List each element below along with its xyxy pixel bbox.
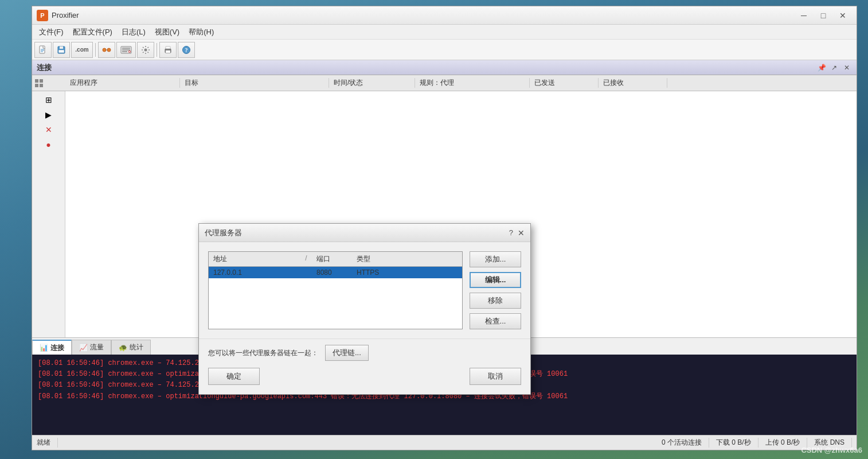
- proxy-addr-0: 127.0.0.1: [209, 269, 300, 277]
- panel-pin-icon[interactable]: 📌: [816, 63, 827, 73]
- status-bar: 就绪 0 个活动连接 下载 0 B/秒 上传 0 B/秒 系统 DNS: [32, 435, 857, 450]
- watermark: CSDN @zhwx6a6: [801, 446, 862, 454]
- maximize-button[interactable]: □: [814, 9, 832, 22]
- svg-point-8: [107, 48, 111, 52]
- toolbar-sep2: [157, 43, 157, 57]
- proxy-chain-button[interactable]: 代理链...: [325, 345, 369, 361]
- status-connections: 0 个活动连接: [655, 438, 709, 448]
- dialog-close-button[interactable]: ✕: [518, 228, 525, 238]
- edit-proxy-button[interactable]: 编辑...: [470, 272, 521, 288]
- proxy-chain-row: 您可以将一些代理服务器链在一起： 代理链...: [208, 345, 521, 361]
- minimize-button[interactable]: ─: [795, 9, 813, 22]
- status-upload: 上传 0 B/秒: [758, 438, 808, 448]
- dialog-bottom-buttons: 确定 取消: [208, 368, 521, 385]
- proxy-type-0: HTTPS: [352, 269, 392, 277]
- svg-text:?: ?: [185, 47, 188, 53]
- title-controls: ─ □ ✕: [795, 9, 852, 22]
- dialog-right-buttons: 添加... 编辑... 移除 检查...: [470, 251, 521, 329]
- proxy-chain-label: 您可以将一些代理服务器链在一起：: [208, 348, 318, 358]
- col-header-time: 时间/状态: [329, 78, 415, 88]
- dialog-overlay: 代理服务器 ? ✕ 地址 / 端口 类型: [32, 91, 857, 337]
- title-bar: P Proxifier ─ □ ✕: [32, 6, 857, 25]
- dialog-footer: 您可以将一些代理服务器链在一起： 代理链... 确定 取消: [199, 339, 530, 394]
- tab-stats[interactable]: 🐢 统计: [111, 340, 151, 355]
- sidebar-icon-record[interactable]: ●: [42, 138, 55, 151]
- menu-config[interactable]: 配置文件(P): [68, 26, 117, 38]
- proxy-table-header: 地址 / 端口 类型: [209, 252, 462, 267]
- proxy-col-port-header: 端口: [312, 254, 352, 264]
- tab-connection-label: 连接: [50, 343, 64, 353]
- connection-area: ⊞ ▶ ✕ ● 代理服务器 ? ✕: [32, 91, 857, 337]
- proxy-port-0: 8080: [312, 269, 352, 277]
- sidebar-icon-grid[interactable]: ⊞: [42, 94, 55, 106]
- svg-point-17: [144, 48, 147, 51]
- proxy-col-sep-header: /: [300, 254, 312, 264]
- menu-log[interactable]: 日志(L): [117, 26, 150, 38]
- remove-proxy-button[interactable]: 移除: [470, 293, 521, 309]
- left-sidebar: ⊞ ▶ ✕ ●: [32, 91, 65, 337]
- tab-stats-icon: 🐢: [119, 344, 127, 352]
- close-button[interactable]: ✕: [834, 9, 852, 22]
- toolbar: .com: [32, 40, 857, 60]
- panel-close-icon[interactable]: ✕: [842, 63, 852, 73]
- proxy-col-type-header: 类型: [352, 254, 392, 264]
- tab-traffic[interactable]: 📈 流量: [72, 340, 111, 355]
- add-proxy-button[interactable]: 添加...: [470, 251, 521, 267]
- toolbar-settings-button[interactable]: [137, 42, 154, 58]
- menu-help[interactable]: 帮助(H): [184, 26, 218, 38]
- proxy-dialog: 代理服务器 ? ✕ 地址 / 端口 类型: [198, 223, 531, 395]
- svg-rect-24: [40, 79, 43, 83]
- svg-rect-6: [58, 50, 64, 53]
- svg-rect-25: [35, 84, 38, 87]
- dialog-title-bar: 代理服务器 ? ✕: [199, 224, 530, 242]
- svg-rect-26: [40, 84, 43, 87]
- menu-file[interactable]: 文件(F): [34, 26, 68, 38]
- col-header-target: 目标: [180, 78, 329, 88]
- toolbar-com-button[interactable]: .com: [71, 42, 93, 58]
- dialog-help-button[interactable]: ?: [509, 228, 513, 237]
- panel-title: 连接: [37, 63, 816, 73]
- toolbar-proxy-button[interactable]: [98, 42, 115, 58]
- status-download: 下载 0 B/秒: [709, 438, 758, 448]
- toolbar-new-button[interactable]: [34, 42, 52, 58]
- table-header: 应用程序 目标 时间/状态 规则：代理 已发送 已接收: [32, 75, 857, 91]
- menu-view[interactable]: 视图(V): [150, 26, 184, 38]
- toolbar-save-button[interactable]: [53, 42, 70, 58]
- app-window: P Proxifier ─ □ ✕ 文件(F) 配置文件(P) 日志(L) 视图…: [32, 6, 857, 450]
- svg-point-7: [103, 48, 106, 52]
- svg-rect-19: [166, 50, 170, 53]
- toolbar-print-button[interactable]: [159, 42, 177, 58]
- tab-connection-icon: 📊: [40, 344, 48, 352]
- panel-icons: 📌 ↗ ✕: [816, 63, 852, 73]
- svg-rect-23: [35, 79, 38, 83]
- sidebar-icon-arrow[interactable]: ▶: [42, 108, 55, 121]
- dialog-body: 地址 / 端口 类型 127.0.0.1 8080 HTTPS: [199, 242, 530, 339]
- tab-connection[interactable]: 📊 连接: [32, 340, 72, 355]
- table-grid-icon: [34, 79, 44, 88]
- menu-bar: 文件(F) 配置文件(P) 日志(L) 视图(V) 帮助(H): [32, 25, 857, 40]
- col-header-app: 应用程序: [65, 78, 180, 88]
- tab-traffic-label: 流量: [90, 343, 104, 352]
- dialog-title-text: 代理服务器: [205, 228, 509, 238]
- sidebar-icon-delete[interactable]: ✕: [42, 123, 55, 136]
- proxy-col-addr-header: 地址: [209, 254, 300, 264]
- proxy-table-container: 地址 / 端口 类型 127.0.0.1 8080 HTTPS: [208, 251, 463, 329]
- dialog-ok-button[interactable]: 确定: [208, 368, 260, 385]
- panel-header: 连接 📌 ↗ ✕: [32, 60, 857, 75]
- proxy-row-0[interactable]: 127.0.0.1 8080 HTTPS: [209, 267, 462, 278]
- dialog-cancel-button[interactable]: 取消: [470, 368, 521, 385]
- col-header-sent: 已发送: [530, 78, 599, 88]
- col-header-rule: 规则：代理: [415, 78, 530, 88]
- toolbar-rule-button[interactable]: [116, 42, 136, 58]
- svg-rect-20: [166, 46, 170, 49]
- tab-stats-label: 统计: [130, 343, 143, 352]
- panel-float-icon[interactable]: ↗: [829, 63, 839, 73]
- check-proxy-button[interactable]: 检查...: [470, 313, 521, 329]
- col-header-recv: 已接收: [599, 78, 667, 88]
- toolbar-help-button[interactable]: ?: [178, 42, 195, 58]
- toolbar-sep1: [95, 43, 96, 57]
- tab-traffic-icon: 📈: [79, 344, 88, 352]
- svg-rect-5: [60, 46, 63, 49]
- app-title: Proxifier: [52, 11, 795, 20]
- main-content: ⊞ ▶ ✕ ● 代理服务器 ? ✕: [32, 91, 857, 435]
